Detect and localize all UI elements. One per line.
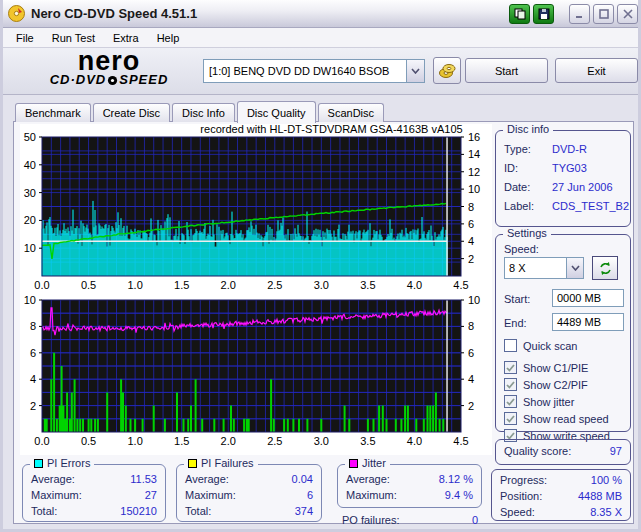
drive-select-value: [1:0] BENQ DVD DD DW1640 BSOB [204,65,406,77]
menu-run-test[interactable]: Run Test [43,30,104,46]
menu-help[interactable]: Help [148,30,189,46]
app-icon [8,5,25,22]
pi-errors-chart: 10203040502468101214160.00.51.01.52.02.5… [20,124,492,292]
checkbox-show-read-speed[interactable]: Show read speed [504,412,609,425]
minimize-button[interactable] [569,4,590,24]
checkbox-box[interactable] [504,378,517,391]
chevron-down-icon [571,265,580,271]
drive-select-arrow[interactable] [406,60,424,82]
svg-text:6: 6 [468,347,474,359]
close-button[interactable] [617,4,638,24]
disc-type-value: DVD-R [552,143,587,155]
check-icon [506,381,515,389]
tab-disc-quality[interactable]: Disc Quality [237,101,316,123]
nero-logo-text: nero [19,49,199,74]
svg-text:10: 10 [468,183,480,195]
svg-text:3.5: 3.5 [360,279,375,291]
speed-select-value: 8 X [505,258,566,278]
settings-title: Settings [503,227,551,239]
svg-text:8: 8 [468,320,474,332]
disc-label-row: Label: CDS_TEST_B2 [496,200,630,212]
svg-text:6: 6 [30,347,36,359]
svg-text:10: 10 [24,294,36,306]
svg-text:0.5: 0.5 [81,435,96,447]
checkbox-box[interactable] [504,361,517,374]
pie-maximum: 27 [145,489,157,501]
checkbox-box[interactable] [504,339,517,352]
minimize-icon [575,9,585,19]
check-icon [506,415,515,423]
checkbox-box[interactable] [504,412,517,425]
svg-text:2.0: 2.0 [221,279,236,291]
svg-text:14: 14 [468,148,480,160]
start-button[interactable]: Start [465,58,548,83]
disc-quality-page: 10203040502468101214160.00.51.01.52.02.5… [13,121,634,524]
tab-disc-info[interactable]: Disc Info [172,103,235,122]
tab-scandisc[interactable]: ScanDisc [318,103,384,122]
speed-value: 8.35 X [590,506,622,518]
svg-text:16: 16 [468,131,480,143]
maximize-button[interactable] [593,4,614,24]
checkbox-show-c2-pif[interactable]: Show C2/PIF [504,378,588,391]
menu-extra[interactable]: Extra [104,30,148,46]
copy-report-button[interactable] [509,4,530,24]
svg-text:4.5: 4.5 [453,279,468,291]
pif-average: 0.04 [292,473,313,485]
disc-id-value: TYG03 [552,162,587,174]
svg-text:0.0: 0.0 [34,279,49,291]
pie-total: 150210 [120,505,157,517]
refresh-icon [598,261,613,276]
tab-create-disc[interactable]: Create Disc [93,103,170,122]
svg-text:2.0: 2.0 [221,435,236,447]
save-icon [538,8,550,20]
svg-text:8: 8 [468,201,474,213]
progress-value: 100 % [591,474,622,486]
drive-select[interactable]: [1:0] BENQ DVD DD DW1640 BSOB [203,59,425,83]
start-position-field[interactable]: 0000 MB [552,289,624,307]
disc-info-title: Disc info [503,123,553,135]
pi-failures-stats: PI Failures Average:0.04 Maximum:6 Total… [176,464,322,522]
svg-text:0.0: 0.0 [34,435,49,447]
eject-disc-button[interactable] [433,57,461,84]
quality-score-box: Quality score: 97 [495,439,631,465]
svg-text:4.0: 4.0 [407,279,422,291]
svg-text:4: 4 [30,373,36,385]
pi-failures-stats-title: PI Failures [184,457,258,469]
window-title: Nero CD-DVD Speed 4.51.1 [31,6,509,21]
quality-score-value: 97 [610,445,622,457]
menu-bar: File Run Test Extra Help [3,28,638,48]
speed-select-arrow[interactable] [566,258,583,278]
pie-average: 11.53 [130,473,157,485]
pif-total: 374 [295,505,313,517]
disc-id-row: ID: TYG03 [496,162,630,174]
check-icon [506,364,515,372]
title-bar[interactable]: Nero CD-DVD Speed 4.51.1 [0,0,641,28]
exit-button[interactable]: Exit [555,58,638,83]
end-label: End: [504,317,527,329]
svg-text:30: 30 [24,187,36,199]
app-window: Nero CD-DVD Speed 4.51.1 [0,0,641,532]
checkbox-box[interactable] [504,395,517,408]
disc-date-row: Date: 27 Jun 2006 [496,181,630,193]
svg-text:4.5: 4.5 [453,435,468,447]
svg-text:12: 12 [468,166,480,178]
logo-disc-icon [107,75,118,86]
position-value: 4488 MB [578,490,622,502]
save-report-button[interactable] [533,4,554,24]
quality-score-label: Quality score: [504,445,571,457]
speed-label: Speed: [504,243,539,255]
checkbox-show-jitter[interactable]: Show jitter [504,395,574,408]
svg-text:2: 2 [468,253,474,265]
svg-text:0.5: 0.5 [81,279,96,291]
disc-stack-icon [438,62,456,80]
tab-benchmark[interactable]: Benchmark [15,103,91,122]
check-icon [506,398,515,406]
end-position-field[interactable]: 4489 MB [552,313,624,331]
svg-text:50: 50 [24,131,36,143]
checkbox-show-c1-pie[interactable]: Show C1/PIE [504,361,588,374]
menu-file[interactable]: File [7,30,43,46]
checkbox-quick-scan[interactable]: Quick scan [504,339,577,352]
speed-select[interactable]: 8 X [504,257,584,279]
svg-text:3.0: 3.0 [314,279,329,291]
refresh-speeds-button[interactable] [592,256,618,280]
